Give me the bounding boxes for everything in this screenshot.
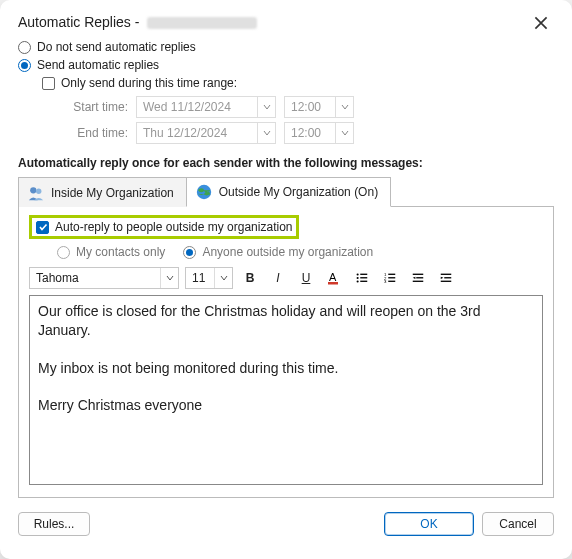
- svg-point-3: [198, 188, 203, 192]
- radio-anyone[interactable]: Anyone outside my organization: [183, 245, 373, 259]
- svg-text:3: 3: [384, 279, 387, 284]
- window-title: Automatic Replies -: [18, 14, 257, 30]
- radio-icon: [18, 59, 31, 72]
- label: Only send during this time range:: [61, 76, 237, 90]
- svg-rect-24: [441, 281, 452, 282]
- svg-rect-18: [388, 281, 395, 282]
- label: Do not send automatic replies: [37, 40, 196, 54]
- radio-send[interactable]: Send automatic replies: [18, 58, 554, 72]
- dialog-window: Automatic Replies - Do not send automati…: [0, 0, 572, 559]
- label: Auto-reply to people outside my organiza…: [55, 220, 292, 234]
- chevron-down-icon[interactable]: [257, 97, 275, 117]
- label: Anyone outside my organization: [202, 245, 373, 259]
- svg-rect-19: [413, 274, 424, 275]
- svg-point-1: [36, 188, 41, 193]
- start-time-input[interactable]: [285, 97, 335, 117]
- label: Send automatic replies: [37, 58, 159, 72]
- number-list-button[interactable]: 123: [379, 267, 401, 289]
- svg-point-9: [357, 277, 359, 279]
- label: My contacts only: [76, 245, 165, 259]
- cancel-button[interactable]: Cancel: [482, 512, 554, 536]
- svg-rect-23: [444, 277, 451, 278]
- outside-scope-group: My contacts only Anyone outside my organ…: [57, 245, 543, 259]
- chevron-down-icon[interactable]: [257, 123, 275, 143]
- svg-point-4: [204, 192, 209, 196]
- svg-rect-21: [413, 281, 424, 282]
- tab-content-outside: Auto-reply to people outside my organiza…: [18, 207, 554, 498]
- tab-label: Outside My Organization (On): [219, 185, 378, 199]
- dialog-buttons: Rules... OK Cancel: [18, 512, 554, 536]
- underline-button[interactable]: U: [295, 267, 317, 289]
- rules-button[interactable]: Rules...: [18, 512, 90, 536]
- tab-outside[interactable]: Outside My Organization (On): [186, 177, 391, 207]
- font-family-combo[interactable]: [29, 267, 179, 289]
- start-time-combo[interactable]: [284, 96, 354, 118]
- start-date-combo[interactable]: [136, 96, 276, 118]
- svg-rect-10: [360, 277, 367, 278]
- tab-label: Inside My Organization: [51, 186, 174, 200]
- font-color-button[interactable]: A: [323, 267, 345, 289]
- chevron-down-icon[interactable]: [160, 268, 178, 288]
- radio-no-send[interactable]: Do not send automatic replies: [18, 40, 554, 54]
- start-row: Start time:: [58, 96, 554, 118]
- people-icon: [27, 184, 45, 202]
- svg-rect-20: [416, 277, 423, 278]
- radio-icon: [57, 246, 70, 259]
- auto-reply-heading: Automatically reply once for each sender…: [18, 156, 554, 170]
- svg-text:A: A: [329, 271, 337, 283]
- end-row: End time:: [58, 122, 554, 144]
- only-range-check[interactable]: Only send during this time range:: [42, 76, 554, 90]
- svg-point-11: [357, 280, 359, 282]
- globe-icon: [195, 183, 213, 201]
- title-account: [147, 17, 257, 29]
- font-size-combo[interactable]: [185, 267, 233, 289]
- message-editor[interactable]: Our office is closed for the Christmas h…: [29, 295, 543, 485]
- radio-icon: [183, 246, 196, 259]
- title-prefix: Automatic Replies -: [18, 14, 139, 30]
- end-time-input[interactable]: [285, 123, 335, 143]
- svg-point-0: [30, 187, 36, 193]
- ok-button[interactable]: OK: [384, 512, 474, 536]
- bold-button[interactable]: B: [239, 267, 261, 289]
- chevron-down-icon[interactable]: [335, 97, 353, 117]
- svg-rect-14: [388, 274, 395, 275]
- titlebar: Automatic Replies -: [18, 14, 554, 34]
- svg-rect-8: [360, 274, 367, 275]
- checkbox-icon: [36, 221, 49, 234]
- autoreply-outside-check[interactable]: Auto-reply to people outside my organiza…: [29, 215, 299, 239]
- svg-point-7: [357, 273, 359, 275]
- svg-rect-6: [328, 282, 338, 285]
- radio-contacts-only[interactable]: My contacts only: [57, 245, 165, 259]
- size-input[interactable]: [186, 268, 214, 288]
- italic-button[interactable]: I: [267, 267, 289, 289]
- chevron-down-icon[interactable]: [335, 123, 353, 143]
- end-date-input[interactable]: [137, 123, 257, 143]
- svg-rect-16: [388, 277, 395, 278]
- editor-body: Our office is closed for the Christmas h…: [38, 303, 484, 413]
- tab-strip: Inside My Organization Outside My Organi…: [18, 176, 554, 207]
- time-range-grid: Start time: End time:: [58, 96, 554, 144]
- checkbox-icon: [42, 77, 55, 90]
- radio-icon: [18, 41, 31, 54]
- outdent-button[interactable]: [407, 267, 429, 289]
- indent-button[interactable]: [435, 267, 457, 289]
- bullet-list-button[interactable]: [351, 267, 373, 289]
- end-label: End time:: [58, 126, 128, 140]
- svg-rect-22: [441, 274, 452, 275]
- close-button[interactable]: [528, 14, 554, 34]
- svg-rect-12: [360, 281, 367, 282]
- tab-inside[interactable]: Inside My Organization: [18, 177, 187, 207]
- start-label: Start time:: [58, 100, 128, 114]
- chevron-down-icon[interactable]: [214, 268, 232, 288]
- end-time-combo[interactable]: [284, 122, 354, 144]
- font-input[interactable]: [30, 268, 160, 288]
- send-mode-group: Do not send automatic replies Send autom…: [18, 40, 554, 144]
- end-date-combo[interactable]: [136, 122, 276, 144]
- format-toolbar: B I U A 123: [29, 267, 543, 289]
- start-date-input[interactable]: [137, 97, 257, 117]
